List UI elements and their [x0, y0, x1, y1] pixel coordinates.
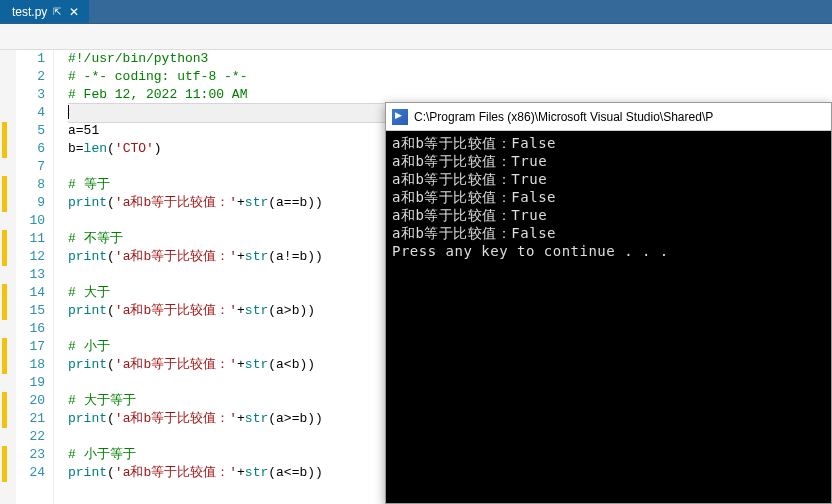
line-number: 18 — [16, 356, 45, 374]
line-number: 13 — [16, 266, 45, 284]
text-caret — [68, 105, 69, 119]
line-number: 6 — [16, 140, 45, 158]
change-marker — [2, 446, 7, 464]
change-marker — [2, 122, 7, 140]
tab-bar: test.py ⇱ ✕ — [0, 0, 832, 24]
tab-title: test.py — [12, 5, 47, 19]
change-marker — [2, 392, 7, 410]
change-marker — [2, 176, 7, 194]
line-number: 8 — [16, 176, 45, 194]
close-icon[interactable]: ✕ — [67, 5, 81, 19]
change-marker — [2, 284, 7, 302]
change-marker — [2, 266, 7, 284]
change-marker — [2, 410, 7, 428]
pin-icon[interactable]: ⇱ — [53, 6, 61, 17]
line-number: 10 — [16, 212, 45, 230]
change-marker — [2, 68, 7, 86]
line-number: 16 — [16, 320, 45, 338]
change-marker — [2, 374, 7, 392]
line-number: 7 — [16, 158, 45, 176]
line-number: 19 — [16, 374, 45, 392]
line-number: 1 — [16, 50, 45, 68]
file-tab[interactable]: test.py ⇱ ✕ — [0, 0, 89, 23]
change-marker — [2, 320, 7, 338]
line-number: 23 — [16, 446, 45, 464]
line-number: 3 — [16, 86, 45, 104]
change-marker — [2, 86, 7, 104]
console-titlebar[interactable]: C:\Program Files (x86)\Microsoft Visual … — [386, 103, 831, 131]
line-number: 15 — [16, 302, 45, 320]
line-number: 21 — [16, 410, 45, 428]
line-number: 24 — [16, 464, 45, 482]
breadcrumb-bar — [0, 24, 832, 50]
line-number: 2 — [16, 68, 45, 86]
line-number: 20 — [16, 392, 45, 410]
code-line[interactable]: # -*- coding: utf-8 -*- — [68, 68, 832, 86]
change-marker — [2, 302, 7, 320]
code-line[interactable]: #!/usr/bin/python3 — [68, 50, 832, 68]
change-marker — [2, 194, 7, 212]
change-marker — [2, 140, 7, 158]
line-number: 22 — [16, 428, 45, 446]
console-title-text: C:\Program Files (x86)\Microsoft Visual … — [414, 110, 713, 124]
change-marker — [2, 158, 7, 176]
change-marker — [2, 428, 7, 446]
change-marker — [2, 356, 7, 374]
line-number: 12 — [16, 248, 45, 266]
line-number: 9 — [16, 194, 45, 212]
change-marker — [2, 248, 7, 266]
console-icon — [392, 109, 408, 125]
line-number: 5 — [16, 122, 45, 140]
line-number: 11 — [16, 230, 45, 248]
marker-column — [0, 50, 16, 504]
line-number: 17 — [16, 338, 45, 356]
change-marker — [2, 50, 7, 68]
line-number: 14 — [16, 284, 45, 302]
change-marker — [2, 104, 7, 122]
change-marker — [2, 230, 7, 248]
console-window[interactable]: C:\Program Files (x86)\Microsoft Visual … — [385, 102, 832, 504]
change-marker — [2, 464, 7, 482]
change-marker — [2, 212, 7, 230]
console-output: a和b等于比较值：False a和b等于比较值：True a和b等于比较值：Tr… — [386, 131, 831, 263]
line-gutter: 123456789101112131415161718192021222324 — [16, 50, 54, 504]
line-number: 4 — [16, 104, 45, 122]
change-marker — [2, 338, 7, 356]
